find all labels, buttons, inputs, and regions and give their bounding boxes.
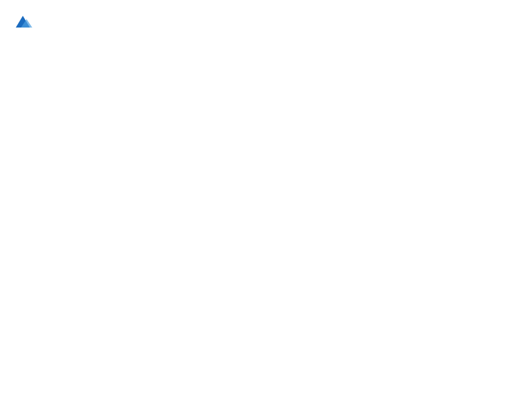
page-header xyxy=(13,13,519,32)
logo-icon xyxy=(13,13,32,32)
logo xyxy=(13,13,35,32)
